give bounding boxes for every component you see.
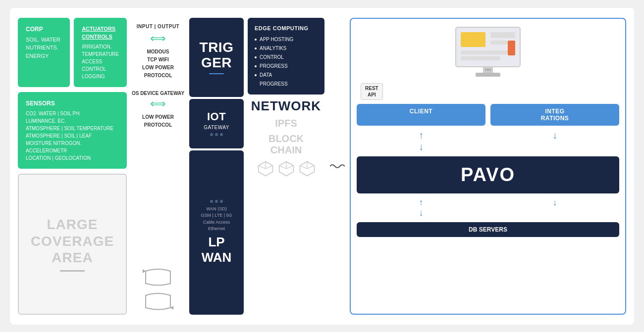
actuators-box: ACTUATORS CONTROLS IRRIGATION. TEMPERATU… <box>74 18 127 87</box>
trigger-title: TRIG GER <box>200 40 234 71</box>
wan-arrow-top-icon <box>141 266 175 288</box>
arrows-row-bottom: ↑ ↓ ↓ <box>357 197 619 218</box>
ec-item-3: CONTROL <box>255 53 318 62</box>
blockchain-container: BLOCK CHAIN <box>248 133 324 156</box>
network-label: NETWORK <box>248 98 324 114</box>
pavo-block: PAVO <box>357 156 619 193</box>
corp-title: CORP <box>26 25 62 34</box>
rest-api-row: REST API <box>357 83 619 100</box>
left-arrow-icon: ⟺ <box>150 97 166 110</box>
edge-computing-box: EDGE COMPUTING APP HOSTING ANALYTIKS CON… <box>248 18 324 95</box>
ec-item-5: DATA <box>255 71 318 80</box>
os-device-text: OS DEVICE GATEWAY <box>132 90 184 97</box>
protocol2-text: LOW POWER PROTOCOL <box>142 113 174 129</box>
cube-icons <box>248 160 324 178</box>
integrations-down-arrow-icon: ↓ <box>490 130 619 152</box>
ipfs-label: IPFS <box>248 118 324 129</box>
svg-rect-20 <box>508 41 515 55</box>
svg-line-13 <box>300 166 307 169</box>
arrows-row-top: ↑ ↓ ↓ <box>357 130 619 152</box>
monitor-area <box>357 25 619 79</box>
protocol1-text: MODOUS TCP WIFI LOW POWER PROTOCOL <box>142 48 174 80</box>
actuators-title: ACTUATORS CONTROLS <box>82 25 119 41</box>
ec-bullet-2 <box>255 47 257 49</box>
large-coverage-box: LARGE COVERAGE AREA <box>18 174 127 315</box>
wan-sub: WAN (SD) GSM | LTE | 5G Cable Access Eth… <box>201 206 232 233</box>
ec-bullet-1 <box>255 39 257 41</box>
sensors-content: CO2. WATER | SOIL PH. LUMINANCE. EC. ATM… <box>26 110 119 162</box>
client-integrations-row: CLIENT INTEG RATIONS <box>357 104 619 126</box>
col-left: CORP SOIL. WATER NUTRIENTS. ENERGY ACTUA… <box>18 18 127 315</box>
pavo-title: PAVO <box>361 164 615 186</box>
actuators-content: IRRIGATION. TEMPERATURE ACCESS CONTROL L… <box>82 43 119 80</box>
ec-bullet-3 <box>255 56 257 58</box>
network-to-right-connector <box>328 18 346 315</box>
svg-point-25 <box>489 69 491 71</box>
large-coverage-text: LARGE COVERAGE AREA <box>31 216 114 266</box>
cube1-icon <box>257 160 274 178</box>
iot-title: IOT <box>207 111 226 123</box>
dot2 <box>215 133 218 136</box>
svg-point-24 <box>487 69 489 71</box>
svg-line-8 <box>286 166 293 169</box>
svg-rect-15 <box>461 32 485 47</box>
client-updown-arrow-icon: ↑ ↓ <box>357 130 485 152</box>
rest-api-badge: REST API <box>361 83 383 100</box>
cube3-icon <box>298 160 316 178</box>
svg-line-9 <box>279 166 286 169</box>
svg-rect-17 <box>490 41 508 45</box>
svg-line-5 <box>258 166 265 169</box>
svg-rect-19 <box>461 56 500 60</box>
ec-item-2: ANALYTIKS <box>255 44 318 53</box>
trigger-block: TRIG GER <box>189 18 244 97</box>
iot-subtitle: GATEWAY <box>204 125 229 130</box>
sensors-box: SENSORS CO2. WATER | SOIL PH. LUMINANCE.… <box>18 92 127 169</box>
coverage-dash <box>60 270 85 272</box>
io-label: INPUT | OUTPUT <box>137 24 179 29</box>
main-diagram: CORP SOIL. WATER NUTRIENTS. ENERGY ACTUA… <box>10 8 634 325</box>
svg-rect-16 <box>490 32 515 38</box>
dot1 <box>210 133 213 136</box>
svg-rect-22 <box>476 73 500 77</box>
pavo-down-arrow-icon: ↓ <box>490 197 619 218</box>
svg-point-23 <box>485 69 487 71</box>
ec-item-1: APP HOSTING <box>255 35 318 44</box>
integrations-button[interactable]: INTEG RATIONS <box>490 104 619 126</box>
protocol-col: INPUT | OUTPUT ⟺ MODOUS TCP WIFI LOW POW… <box>131 18 185 315</box>
wan-arrow-bottom-icon <box>141 290 175 313</box>
ec-item-6: PROGRESS <box>255 80 318 89</box>
sensors-title: SENSORS <box>26 99 119 108</box>
trigger-dash <box>209 73 224 74</box>
wan-dot3 <box>220 200 223 203</box>
connector-wave-icon <box>330 161 345 171</box>
edge-computing-title: EDGE COMPUTING <box>255 24 318 34</box>
ipfs-container: IPFS <box>248 118 324 129</box>
pavo-updown-arrow-icon: ↑ ↓ <box>357 197 485 218</box>
double-arrow-icon: ⟺ <box>150 32 166 45</box>
monitor-icon <box>451 25 525 79</box>
ec-item-4: PROGRESS <box>255 62 318 71</box>
wan-dot1 <box>210 200 213 203</box>
client-button[interactable]: CLIENT <box>357 104 485 126</box>
corp-content: SOIL. WATER NUTRIENTS. ENERGY <box>26 36 62 60</box>
ec-bullet-5 <box>255 74 257 76</box>
ec-bullet-4 <box>255 65 257 67</box>
col-right: REST API CLIENT INTEG RATIONS ↑ ↓ ↓ PAVO <box>350 18 626 315</box>
gateway-col: TRIG GER IOT GATEWAY WA <box>189 18 244 315</box>
cube2-icon <box>277 160 295 178</box>
svg-line-12 <box>307 166 314 169</box>
blockchain-label: BLOCK CHAIN <box>248 133 324 156</box>
svg-line-4 <box>266 166 272 169</box>
dot3 <box>220 133 223 136</box>
wan-block: WAN (SD) GSM | LTE | 5G Cable Access Eth… <box>189 150 244 315</box>
svg-rect-18 <box>461 50 515 54</box>
corp-box: CORP SOIL. WATER NUTRIENTS. ENERGY <box>18 18 70 87</box>
db-servers-block: DB SERVERS <box>357 222 619 237</box>
iot-gateway-block: IOT GATEWAY <box>189 99 244 148</box>
wan-dot2 <box>215 200 218 203</box>
network-col: EDGE COMPUTING APP HOSTING ANALYTIKS CON… <box>248 18 324 315</box>
wan-title: LP WAN <box>202 235 232 265</box>
